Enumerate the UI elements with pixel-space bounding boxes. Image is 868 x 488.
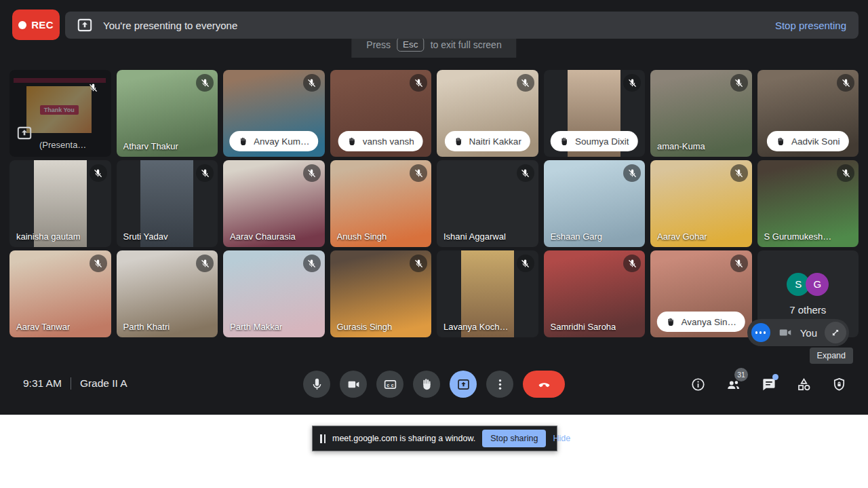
- participant-name: Naitri Kakkar: [469, 136, 521, 147]
- mic-off-icon: [517, 164, 534, 182]
- video-tile[interactable]: Sruti Yadav: [117, 160, 218, 247]
- participant-name: Aarav Gohar: [657, 231, 707, 242]
- chat-button[interactable]: [760, 375, 777, 394]
- mic-off-icon: [410, 74, 427, 92]
- camera-icon: [778, 325, 793, 340]
- mic-off-icon: [837, 74, 854, 92]
- stop-presenting-button[interactable]: Stop presenting: [775, 20, 846, 31]
- video-tile[interactable]: Anush Singh: [330, 160, 432, 247]
- video-tile[interactable]: Atharv Thakur: [117, 70, 218, 157]
- video-tile[interactable]: aman-Kuma: [650, 70, 752, 157]
- video-tile[interactable]: Naitri Kakkar: [437, 70, 538, 157]
- more-options-button[interactable]: [486, 371, 513, 398]
- info-icon: [690, 377, 706, 392]
- sharing-indicator-icon: [320, 434, 326, 443]
- recording-indicator: REC: [12, 10, 60, 40]
- video-tile[interactable]: Samridhi Saroha: [544, 250, 646, 337]
- video-tile[interactable]: Anvay Kum…: [223, 70, 325, 157]
- recording-dot-icon: [18, 21, 26, 29]
- recording-label: REC: [31, 19, 54, 31]
- avatar: G: [806, 273, 829, 296]
- video-tile[interactable]: Aarav Tanwar: [9, 250, 111, 337]
- share-message: meet.google.com is sharing a window.: [332, 434, 475, 443]
- participant-name: Parth Makkar: [230, 322, 282, 332]
- hand-raised-badge: Aadvik Soni: [767, 131, 848, 151]
- video-tile[interactable]: Parth Khatri: [117, 250, 218, 337]
- captions-button[interactable]: cc: [376, 371, 403, 398]
- video-tile[interactable]: vansh vansh: [330, 70, 432, 157]
- video-tile[interactable]: Avanya Sin…: [650, 250, 752, 337]
- mic-off-icon: [303, 74, 321, 92]
- mic-off-icon: [623, 164, 641, 182]
- video-tile[interactable]: Soumya Dixit: [544, 70, 646, 157]
- expand-icon[interactable]: [825, 322, 846, 343]
- participants-count-badge: 31: [734, 368, 748, 381]
- clock-time: 9:31 AM: [23, 377, 62, 390]
- participant-name: Samridhi Saroha: [551, 322, 616, 332]
- microphone-button[interactable]: [303, 371, 330, 398]
- end-call-button[interactable]: [523, 371, 565, 398]
- hand-raised-badge: Soumya Dixit: [551, 131, 638, 151]
- esc-keycap: Esc: [397, 37, 425, 52]
- browser-share-toast: meet.google.com is sharing a window. Sto…: [312, 426, 557, 451]
- meet-window: Press Esc to exit full screen REC You're…: [0, 0, 868, 415]
- video-tile[interactable]: Ishani Aggarwal: [437, 160, 538, 247]
- mic-off-icon: [730, 164, 748, 182]
- meeting-details-button[interactable]: [689, 375, 707, 394]
- overflow-count-label: 7 others: [789, 304, 826, 316]
- host-controls-button[interactable]: [830, 375, 848, 394]
- participant-name: Aadvik Soni: [791, 136, 840, 147]
- presenting-banner: You're presenting to everyone Stop prese…: [65, 12, 859, 39]
- hand-raised-badge: vansh vansh: [338, 131, 423, 151]
- participant-name: Soumya Dixit: [575, 136, 629, 147]
- mic-off-icon: [90, 255, 107, 272]
- present-screen-icon: [76, 16, 94, 34]
- more-options-icon[interactable]: [751, 323, 770, 342]
- present-now-icon: [456, 377, 471, 392]
- participant-name: Atharv Thakur: [123, 141, 178, 151]
- camera-button[interactable]: [340, 371, 367, 398]
- participant-name: Aarav Chaurasia: [230, 231, 296, 242]
- raise-hand-icon: [420, 377, 434, 392]
- hand-raised-badge: Naitri Kakkar: [445, 131, 530, 151]
- participant-name: Parth Khatri: [123, 322, 170, 332]
- participants-button[interactable]: 31: [724, 375, 742, 394]
- toast-suffix: to exit full screen: [431, 39, 502, 50]
- microphone-icon: [310, 377, 324, 392]
- stop-sharing-button[interactable]: Stop sharing: [482, 430, 546, 447]
- mic-off-icon: [837, 164, 854, 182]
- mic-off-icon: [623, 74, 641, 92]
- mic-off-icon: [730, 74, 748, 92]
- svg-text:c: c: [387, 382, 389, 387]
- mic-off-icon: [730, 255, 748, 272]
- video-tile[interactable]: Aarav Chaurasia: [223, 160, 325, 247]
- mic-off-icon: [196, 255, 214, 272]
- overflow-avatars: SG: [787, 273, 829, 296]
- captions-icon: cc: [383, 377, 397, 392]
- video-tile[interactable]: Parth Makkar: [223, 250, 325, 337]
- self-label: You: [800, 327, 817, 339]
- mic-off-icon: [303, 164, 321, 182]
- shield-lock-icon: [831, 377, 847, 392]
- video-tile[interactable]: Eshaan Garg: [544, 160, 646, 247]
- hand-raised-badge: Avanya Sin…: [656, 312, 745, 332]
- chat-notification-dot: [772, 374, 778, 380]
- video-tile[interactable]: Gurasis Singh: [330, 250, 432, 337]
- video-tile[interactable]: S Gurumukesh…: [757, 160, 859, 247]
- video-tile[interactable]: kainisha gautam: [9, 160, 111, 247]
- meeting-panels: 31: [689, 375, 848, 394]
- meeting-name: Grade II A: [80, 377, 127, 390]
- video-tile[interactable]: Lavanya Koch…: [437, 250, 538, 337]
- video-tile[interactable]: Aarav Gohar: [650, 160, 752, 247]
- hide-toast-button[interactable]: Hide: [553, 434, 570, 443]
- mic-off-icon: [517, 74, 534, 92]
- presentation-tile[interactable]: Thank You(Presenta…: [9, 70, 111, 157]
- call-controls: cc: [303, 371, 565, 398]
- mic-off-icon: [517, 255, 534, 272]
- mic-off-icon: [410, 164, 427, 182]
- activities-button[interactable]: [795, 375, 812, 394]
- camera-icon: [347, 377, 361, 392]
- video-tile[interactable]: Aadvik Soni: [757, 70, 859, 157]
- raise-hand-button[interactable]: [413, 371, 440, 398]
- present-now-button[interactable]: [450, 371, 477, 398]
